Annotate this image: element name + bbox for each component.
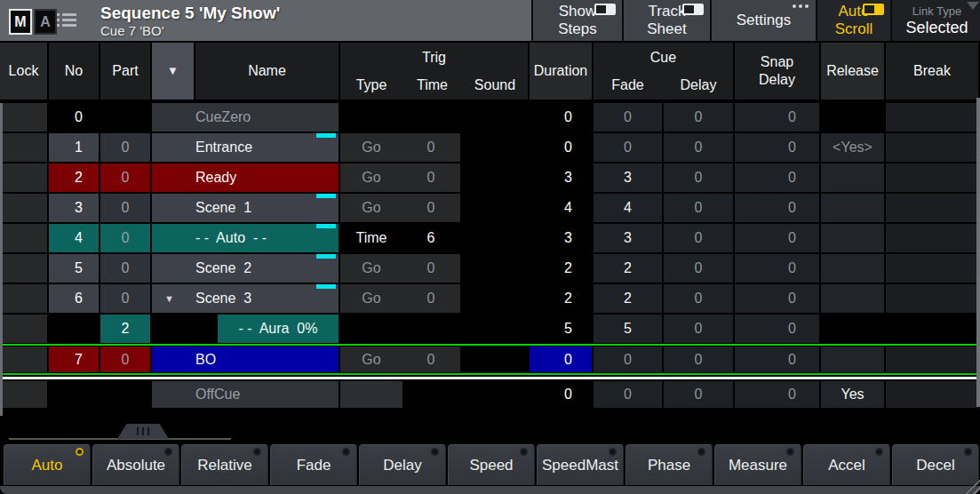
- cell-duration[interactable]: 2: [530, 254, 592, 283]
- cell-part-number[interactable]: 0: [100, 284, 150, 313]
- column-header-trig[interactable]: Trig: [340, 43, 528, 71]
- cell-trig-type[interactable]: [340, 381, 402, 408]
- cell-cue-delay[interactable]: 0: [664, 194, 733, 222]
- cell-release[interactable]: Yes: [821, 381, 884, 408]
- cell-snap-delay[interactable]: 0: [735, 133, 819, 162]
- cell-cue-name[interactable]: Ready: [152, 163, 339, 192]
- cell-cue-number[interactable]: 1: [49, 133, 99, 162]
- cell-cue-name[interactable]: - - Aura 0%: [152, 315, 339, 343]
- cue-row[interactable]: 10EntranceGo00000<Yes>: [0, 133, 980, 162]
- cell-trig-time[interactable]: 0: [404, 163, 458, 192]
- cell-part-number[interactable]: 0: [100, 194, 150, 222]
- tab-decel[interactable]: Decel: [892, 444, 979, 485]
- cell-part-number[interactable]: 0: [100, 133, 150, 162]
- cell-snap-delay[interactable]: 0: [735, 194, 819, 222]
- cell-break[interactable]: [886, 254, 978, 283]
- cue-row[interactable]: 70BOGo00000: [0, 347, 980, 372]
- cell-release[interactable]: [821, 194, 884, 222]
- settings-button[interactable]: Settings: [710, 0, 816, 41]
- cell-lock[interactable]: [0, 224, 47, 252]
- cell-cue-fade[interactable]: 5: [594, 315, 662, 343]
- cell-lock[interactable]: [0, 133, 47, 162]
- cell-cue-name[interactable]: Scene 3▼: [152, 284, 339, 313]
- column-header-duration[interactable]: Duration: [530, 43, 592, 100]
- cell-trig[interactable]: Go0: [340, 347, 460, 372]
- cell-snap-delay[interactable]: 0: [735, 284, 819, 313]
- show-steps-button[interactable]: Show Steps: [531, 0, 622, 41]
- cell-cue-fade[interactable]: 2: [594, 254, 662, 283]
- list-menu-icon[interactable]: [57, 13, 80, 29]
- cell-cue-delay[interactable]: 0: [664, 381, 733, 408]
- cell-release[interactable]: <Yes>: [821, 133, 884, 162]
- tab-delay[interactable]: Delay: [359, 444, 446, 485]
- cell-cue-delay[interactable]: 0: [664, 163, 733, 192]
- cue-row[interactable]: 30Scene 1Go04400: [0, 194, 980, 222]
- cell-duration[interactable]: 0: [530, 103, 592, 131]
- cell-cue-number[interactable]: 5: [49, 254, 99, 283]
- column-header-cue[interactable]: Cue: [594, 43, 733, 71]
- collapse-all-button[interactable]: ▼: [152, 43, 194, 100]
- cell-lock[interactable]: [0, 315, 47, 343]
- cell-trig-time[interactable]: 6: [404, 224, 458, 252]
- tab-fade[interactable]: Fade: [270, 444, 357, 485]
- column-header-name[interactable]: Name: [195, 43, 339, 100]
- cell-release[interactable]: [821, 347, 884, 372]
- tab-absolute[interactable]: Absolute: [92, 444, 179, 485]
- cell-lock[interactable]: [0, 347, 47, 372]
- cell-duration[interactable]: 3: [530, 163, 592, 192]
- cell-cue-number[interactable]: 6: [49, 284, 99, 313]
- column-header-part[interactable]: Part: [100, 43, 150, 100]
- tab-auto[interactable]: Auto: [4, 444, 91, 485]
- tab-phase[interactable]: Phase: [625, 444, 713, 485]
- cell-cue-fade[interactable]: 0: [594, 103, 662, 131]
- column-header-lock[interactable]: Lock: [0, 43, 47, 100]
- right-scrollbar[interactable]: [976, 98, 980, 407]
- cell-snap-delay[interactable]: 0: [735, 381, 819, 408]
- cell-cue-fade[interactable]: 0: [594, 347, 662, 372]
- cell-cue-number[interactable]: 4: [49, 224, 99, 252]
- cell-lock[interactable]: [0, 194, 47, 222]
- cell-cue-delay[interactable]: 0: [664, 315, 733, 343]
- cell-duration[interactable]: 4: [530, 194, 592, 222]
- cell-duration[interactable]: 5: [530, 315, 592, 343]
- cell-trig[interactable]: Go0: [340, 133, 460, 162]
- column-header-time[interactable]: Time: [404, 70, 460, 99]
- cell-cue-delay[interactable]: 0: [664, 254, 733, 283]
- cell-snap-delay[interactable]: 0: [735, 224, 819, 252]
- cell-cue-number[interactable]: 3: [49, 194, 99, 222]
- column-header-sound[interactable]: Sound: [462, 70, 528, 99]
- cell-trig-type[interactable]: Go: [340, 284, 402, 313]
- cell-break[interactable]: [886, 347, 978, 372]
- cue-row[interactable]: 50Scene 2Go02200: [0, 254, 980, 283]
- tab-relative[interactable]: Relative: [181, 444, 268, 485]
- cell-trig-type[interactable]: Time: [340, 224, 402, 252]
- cell-release[interactable]: [821, 224, 884, 252]
- cell-part-number[interactable]: 0: [100, 347, 150, 372]
- cell-trig[interactable]: Go0: [340, 163, 460, 192]
- cell-duration[interactable]: 3: [530, 224, 592, 252]
- cell-snap-delay[interactable]: 0: [735, 315, 819, 343]
- cell-snap-delay[interactable]: 0: [735, 254, 819, 283]
- cell-part-number[interactable]: 2: [100, 315, 150, 343]
- cell-trig[interactable]: Go0: [340, 284, 460, 313]
- column-header-snap-delay[interactable]: Snap Delay: [735, 43, 819, 100]
- cell-lock[interactable]: [0, 284, 47, 313]
- cell-release[interactable]: [821, 163, 884, 192]
- expand-parts-icon[interactable]: ▼: [164, 284, 174, 313]
- cell-cue-name[interactable]: - - Auto - -: [152, 224, 339, 252]
- link-type-selector[interactable]: Link Type Selected: [890, 0, 980, 41]
- cell-release[interactable]: [821, 254, 884, 283]
- auto-scroll-button[interactable]: Auto Scroll: [816, 0, 890, 41]
- cell-snap-delay[interactable]: 0: [735, 347, 819, 372]
- tab-speedmast[interactable]: SpeedMast: [537, 444, 624, 485]
- cell-trig[interactable]: Go0: [340, 254, 460, 283]
- column-header-no[interactable]: No: [49, 43, 99, 100]
- cell-break[interactable]: [886, 381, 978, 408]
- cue-row[interactable]: 40- - Auto - -Time63300: [0, 224, 980, 252]
- track-sheet-button[interactable]: Track Sheet: [622, 0, 710, 41]
- cue-row[interactable]: OffCue0000Yes: [0, 381, 980, 408]
- cell-snap-delay[interactable]: 0: [735, 103, 819, 131]
- cell-cue-name[interactable]: Scene 1: [152, 194, 339, 222]
- cell-duration[interactable]: 0: [530, 133, 592, 162]
- cell-trig-time[interactable]: 0: [404, 284, 458, 313]
